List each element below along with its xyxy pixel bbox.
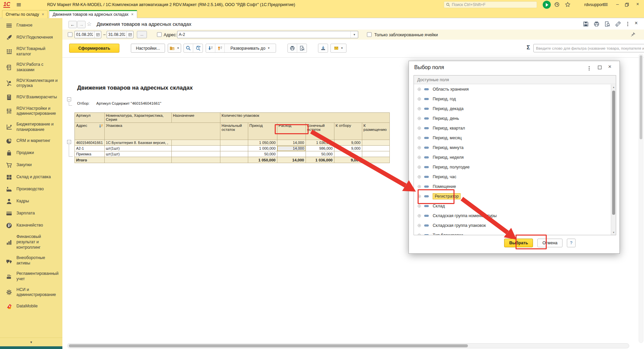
- cell[interactable]: [334, 151, 362, 157]
- sidebar-item-rdv-orders[interactable]: RDV:Работа с заказами: [0, 59, 62, 75]
- expand-plus-icon[interactable]: [417, 233, 421, 236]
- collapse-group-icon[interactable]: −: [67, 97, 71, 101]
- pin-icon[interactable]: [631, 32, 636, 37]
- expand-to-button[interactable]: Разворачивать до▼: [225, 44, 276, 52]
- cancel-button[interactable]: Отмена: [537, 239, 562, 247]
- field-item[interactable]: Тип блокировки: [414, 230, 616, 235]
- address-input[interactable]: [177, 32, 351, 37]
- sidebar-item-nsi-admin[interactable]: НСИ и администрирование: [0, 285, 62, 300]
- scroll-down-icon[interactable]: ▼: [612, 231, 615, 234]
- horizontal-scrollbar[interactable]: [67, 343, 629, 348]
- cell[interactable]: 1 000,000: [248, 146, 277, 151]
- cell[interactable]: шт(1шт): [104, 151, 171, 157]
- sidebar-item-finresult[interactable]: Финансовый результат и контроллинг: [0, 232, 62, 253]
- field-item-registrator[interactable]: Регистратор: [414, 191, 616, 201]
- cell[interactable]: [104, 157, 171, 163]
- address-combo[interactable]: ▼: [177, 31, 358, 38]
- tab-goods-movements[interactable]: Движения товаров на адресных складах ×: [49, 10, 137, 18]
- dialog-scrollbar[interactable]: ▲ ▼: [611, 85, 616, 235]
- period-variants-button[interactable]: ...: [137, 31, 147, 38]
- field-item[interactable]: Период, год: [414, 94, 616, 104]
- cell[interactable]: 4601546041661: [75, 140, 105, 146]
- export-button[interactable]: [318, 44, 328, 52]
- service-menu-icon[interactable]: [603, 2, 608, 7]
- dialog-close-icon[interactable]: ×: [608, 63, 611, 70]
- cell[interactable]: Приемка: [75, 151, 105, 157]
- sidebar-item-rdv-settings[interactable]: RDV:Настройки и администрирование: [0, 103, 62, 119]
- cell[interactable]: [220, 146, 248, 151]
- field-item[interactable]: Область хранения: [414, 84, 616, 94]
- table-row-group[interactable]: 4601546041661 1С:Бухгалтерия 8. Базовая …: [75, 140, 390, 146]
- table-row[interactable]: Приемка шт(1шт) 50,000 50,000: [75, 151, 390, 157]
- cell[interactable]: 9,000: [334, 157, 362, 163]
- scrollbar-thumb[interactable]: [612, 91, 615, 215]
- sidebar-item-purchases[interactable]: Закупки: [0, 159, 62, 171]
- tab-warehouse-reports[interactable]: Отчеты по складу ×: [2, 10, 48, 18]
- print-button[interactable]: [288, 44, 297, 52]
- calendar-icon[interactable]: [94, 31, 101, 38]
- cell[interactable]: 986,000: [306, 146, 334, 151]
- expand-plus-icon[interactable]: [417, 165, 421, 169]
- favorite-star-icon[interactable]: ☆: [87, 20, 92, 28]
- sidebar-scroll-down[interactable]: ▼: [0, 338, 62, 346]
- close-report-icon[interactable]: ×: [635, 20, 638, 26]
- cell[interactable]: 1 036,000: [306, 140, 334, 146]
- expand-plus-icon[interactable]: [417, 214, 421, 218]
- cell[interactable]: [171, 140, 220, 146]
- sidebar-item-rdv-catalog[interactable]: RDV:Товарный каталог: [0, 44, 62, 59]
- global-search-input[interactable]: [452, 2, 529, 7]
- expand-plus-icon[interactable]: [417, 204, 421, 208]
- scrollbar-thumb[interactable]: [69, 344, 468, 347]
- send-mail-button[interactable]: ▼: [331, 44, 346, 52]
- sidebar-item-rdv-picking[interactable]: RDV:Комплектация и отгрузка: [0, 76, 62, 91]
- settings-button[interactable]: Настройки...: [131, 44, 165, 53]
- expand-plus-icon[interactable]: [417, 97, 421, 101]
- more-menu-icon[interactable]: [627, 22, 628, 26]
- chevron-down-icon[interactable]: ▼: [351, 31, 358, 38]
- vertical-scrollbar[interactable]: [639, 54, 643, 343]
- sidebar-item-rdv-connections[interactable]: RDV:Подключения: [0, 32, 62, 44]
- sidebar-item-datamobile[interactable]: DataMobile: [0, 300, 62, 312]
- cell[interactable]: 1С:Бухгалтерия 8. Базовая версия, ,: [104, 140, 171, 146]
- expand-plus-icon[interactable]: [417, 185, 421, 189]
- date-from-input[interactable]: [75, 32, 94, 37]
- history-icon[interactable]: [554, 2, 560, 7]
- field-item[interactable]: Период, месяц: [414, 133, 616, 143]
- field-item[interactable]: Период, полугодие: [414, 162, 616, 172]
- date-to-field[interactable]: [107, 31, 133, 38]
- date-from-field[interactable]: [74, 31, 101, 38]
- expand-plus-icon[interactable]: [417, 126, 421, 130]
- sidebar-item-treasury[interactable]: Казначейство: [0, 219, 62, 232]
- expand-plus-icon[interactable]: [417, 136, 421, 140]
- expand-plus-icon[interactable]: [417, 194, 421, 198]
- cell[interactable]: [362, 151, 389, 157]
- sidebar-item-hr[interactable]: Кадры: [0, 195, 62, 207]
- back-button[interactable]: ←: [68, 21, 77, 28]
- sidebar-item-budgeting[interactable]: Бюджетирование и планирование: [0, 119, 62, 135]
- favorites-star-icon[interactable]: [565, 2, 571, 7]
- minimize-button[interactable]: –: [614, 1, 621, 7]
- field-item[interactable]: Склад: [414, 201, 616, 211]
- cell[interactable]: [171, 151, 220, 157]
- cell[interactable]: 1 050,000: [248, 140, 277, 146]
- quick-filter-input[interactable]: [533, 44, 644, 52]
- table-row[interactable]: А2-1 шт(1шт) 1 000,000 14,000 986,000 9,…: [75, 146, 390, 151]
- cell[interactable]: А2-1: [75, 146, 105, 151]
- restore-button[interactable]: [625, 2, 629, 7]
- scroll-up-icon[interactable]: ▲: [612, 86, 615, 88]
- field-item[interactable]: Помещение: [414, 182, 616, 191]
- calendar-icon[interactable]: [126, 31, 133, 38]
- expand-plus-icon[interactable]: [417, 107, 421, 111]
- close-window-button[interactable]: ×: [634, 1, 641, 7]
- field-item[interactable]: Складская группа упаковок: [414, 220, 616, 230]
- sidebar-item-assets[interactable]: Внеоборотные активы: [0, 253, 62, 268]
- period-checkbox[interactable]: [68, 32, 72, 37]
- sidebar-item-sales[interactable]: Продажи: [0, 147, 62, 159]
- select-button[interactable]: Выбрать: [504, 239, 533, 247]
- cell[interactable]: 9,000: [334, 146, 362, 151]
- dialog-more-icon[interactable]: [589, 66, 590, 70]
- cell[interactable]: 1 036,000: [306, 157, 334, 163]
- cell[interactable]: [171, 157, 220, 163]
- global-search[interactable]: [444, 1, 537, 8]
- field-item[interactable]: Период, неделя: [414, 152, 616, 162]
